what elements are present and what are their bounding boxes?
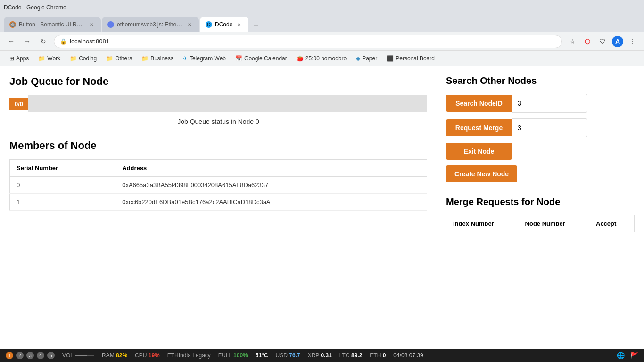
tab-close-semantic[interactable]: ✕: [88, 21, 95, 28]
star-icon[interactable]: ☆: [567, 36, 578, 47]
apps-icon: ⊞: [9, 55, 14, 62]
tab-semantic[interactable]: 🔘 Button - Semantic UI React ✕: [4, 17, 101, 32]
tab-bar: 🔘 Button - Semantic UI React ✕ Ξ ethereu…: [0, 15, 644, 32]
col-serial: Serial Number: [10, 160, 116, 177]
forward-button[interactable]: →: [22, 36, 33, 47]
tab-label-semantic: Button - Semantic UI React: [19, 21, 85, 28]
members-table: Serial Number Address 0 0xA665a3a3BA55f4…: [9, 159, 427, 211]
create-node-button[interactable]: Create New Node: [446, 165, 517, 182]
merge-table: Index Number Node Number Accept: [446, 215, 635, 232]
right-panel: Search Other Nodes Search NodeID Request…: [437, 75, 635, 339]
cell-address: 0xA665a3a3BA55f4398F00034208A615AF8Da623…: [116, 177, 427, 194]
col-address: Address: [116, 160, 427, 177]
members-title: Members of Node: [9, 140, 427, 152]
browser-title: DCode - Google Chrome: [4, 4, 66, 11]
job-queue-section: Job Queue for Node 0/0 Job Queue status …: [9, 75, 427, 125]
request-merge-input[interactable]: [512, 118, 587, 137]
bookmark-coding-label: Coding: [79, 55, 97, 62]
bookmark-work[interactable]: 📁 Work: [34, 53, 64, 64]
bookmark-telegram[interactable]: ✈ Telegram Web: [179, 53, 230, 64]
bookmark-business-label: Business: [150, 55, 173, 62]
folder-icon-work: 📁: [38, 55, 45, 62]
merge-title: Merge Requests for Node: [446, 197, 635, 207]
address-bar: ← → ↻ 🔒 localhost:8081 ☆ ⬡ 🛡 A ⋮: [0, 32, 644, 51]
back-button[interactable]: ←: [6, 36, 17, 47]
tab-dcode[interactable]: D DCode ✕: [200, 17, 248, 32]
search-section: Search Other Nodes Search NodeID Request…: [446, 75, 635, 182]
search-nodeid-row: Search NodeID: [446, 94, 635, 113]
bookmark-work-label: Work: [47, 55, 60, 62]
folder-icon-business: 📁: [141, 55, 149, 62]
search-title: Search Other Nodes: [446, 75, 635, 86]
job-queue-bar: [28, 95, 427, 112]
job-queue-title: Job Queue for Node: [9, 75, 427, 88]
tab-close-dcode[interactable]: ✕: [235, 21, 243, 28]
search-nodeid-input[interactable]: [512, 94, 587, 113]
bookmark-pomodoro[interactable]: 🍅 25:00 pomodoro: [293, 53, 350, 64]
bookmark-coding[interactable]: 📁 Coding: [66, 53, 100, 64]
folder-icon-others: 📁: [106, 55, 113, 62]
bookmark-apps[interactable]: ⊞ Apps: [6, 53, 33, 64]
url-bar[interactable]: 🔒 localhost:8081: [54, 35, 562, 48]
job-queue-status: Job Queue status in Node 0: [9, 118, 427, 125]
merge-section: Merge Requests for Node Index Number Nod…: [446, 197, 635, 232]
extensions-icon[interactable]: ⬡: [582, 36, 593, 47]
request-merge-row: Request Merge: [446, 118, 635, 137]
tab-favicon-eth: Ξ: [107, 21, 114, 28]
toolbar-icons: ☆ ⬡ 🛡 A ⋮: [567, 36, 638, 47]
board-icon: ⬛: [387, 55, 394, 62]
bookmarks-bar: ⊞ Apps 📁 Work 📁 Coding 📁 Others 📁 Busine…: [0, 51, 644, 66]
bookmark-gcal[interactable]: 📅 Google Calendar: [231, 53, 291, 64]
tab-label-dcode: DCode: [215, 21, 232, 28]
calendar-icon: 📅: [235, 55, 242, 62]
folder-icon-coding: 📁: [70, 55, 77, 62]
tab-favicon-dcode: D: [206, 21, 212, 28]
pomodoro-icon: 🍅: [297, 55, 304, 62]
reload-button[interactable]: ↻: [38, 36, 49, 47]
left-panel: Job Queue for Node 0/0 Job Queue status …: [9, 75, 437, 339]
bookmark-paper[interactable]: ◆ Paper: [352, 53, 381, 64]
search-nodeid-button[interactable]: Search NodeID: [446, 95, 512, 112]
tab-favicon-semantic: 🔘: [9, 21, 16, 28]
col-accept: Accept: [589, 215, 635, 232]
table-row: 1 0xcc6b220dE6DBa01e5Bc176a2c2AABfCaD18D…: [10, 194, 427, 211]
lock-icon: 🔒: [60, 38, 67, 45]
title-bar: DCode - Google Chrome: [0, 0, 644, 15]
cell-serial: 1: [10, 194, 116, 211]
tab-close-eth[interactable]: ✕: [186, 21, 193, 28]
url-text: localhost:8081: [70, 38, 109, 45]
user-icon[interactable]: A: [612, 36, 623, 47]
bookmark-personal-board-label: Personal Board: [396, 55, 435, 62]
request-merge-button[interactable]: Request Merge: [446, 119, 512, 136]
exit-node-row: Exit Node: [446, 143, 635, 160]
bookmark-others-label: Others: [115, 55, 132, 62]
bookmark-paper-label: Paper: [362, 55, 377, 62]
tab-eth[interactable]: Ξ ethereum/web3.js: Ethere... ✕: [102, 17, 199, 32]
cell-address: 0xcc6b220dE6DBa01e5Bc176a2c2AABfCaD18Dc3…: [116, 194, 427, 211]
job-queue-badge: 0/0: [9, 98, 28, 110]
bookmark-telegram-label: Telegram Web: [190, 55, 226, 62]
exit-node-button[interactable]: Exit Node: [446, 143, 512, 160]
table-row: 0 0xA665a3a3BA55f4398F00034208A615AF8Da6…: [10, 177, 427, 194]
tab-label-eth: ethereum/web3.js: Ethere...: [117, 21, 183, 28]
bookmark-gcal-label: Google Calendar: [244, 55, 287, 62]
create-node-row: Create New Node: [446, 165, 635, 182]
page-content: Job Queue for Node 0/0 Job Queue status …: [0, 66, 644, 339]
bookmark-apps-label: Apps: [16, 55, 29, 62]
paper-icon: ◆: [356, 55, 360, 62]
menu-icon[interactable]: ⋮: [627, 36, 638, 47]
col-index: Index Number: [446, 215, 519, 232]
col-node-number: Node Number: [519, 215, 589, 232]
bookmark-personal-board[interactable]: ⬛ Personal Board: [383, 53, 438, 64]
job-queue-bar-container: 0/0: [9, 95, 427, 112]
shield-icon[interactable]: 🛡: [597, 36, 608, 47]
cell-serial: 0: [10, 177, 116, 194]
members-section: Members of Node Serial Number Address 0 …: [9, 140, 427, 211]
bookmark-others[interactable]: 📁 Others: [102, 53, 136, 64]
telegram-icon: ✈: [183, 55, 188, 62]
new-tab-button[interactable]: +: [249, 19, 263, 32]
bookmark-business[interactable]: 📁 Business: [138, 53, 177, 64]
bookmark-pomodoro-label: 25:00 pomodoro: [305, 55, 347, 62]
